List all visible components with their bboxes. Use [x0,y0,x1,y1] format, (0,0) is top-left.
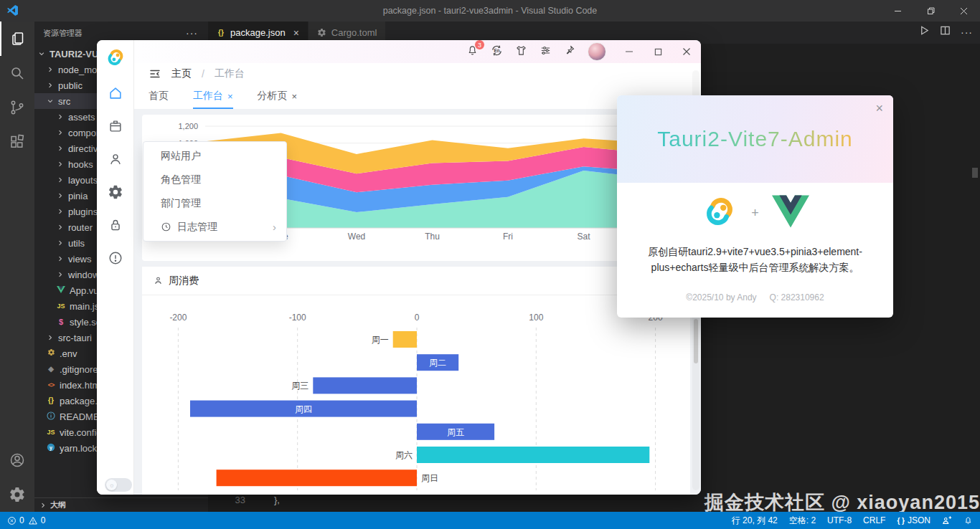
statusbar-bell-icon[interactable] [963,516,973,525]
tree-item-label: .env [60,348,77,359]
app-tab-分析页[interactable]: 分析页× [258,85,298,109]
app-titlebar: 3 En [134,40,701,63]
window-minimize-icon[interactable] [881,0,914,22]
chevron-right-icon [46,66,55,73]
run-icon[interactable] [919,25,930,39]
app-tab-工作台[interactable]: 工作台× [193,85,233,109]
svg-text:Thu: Thu [425,232,440,242]
submenu-arrow-icon: › [273,221,276,233]
window-close-icon[interactable] [947,0,980,22]
menu-item-部门管理[interactable]: 部门管理 [143,191,286,215]
vscode-statusbar: 0 0 行 20, 列 42 空格: 2 UTF-8 CRLF { }JSON [0,512,980,529]
window-restore-icon[interactable] [914,0,947,22]
chevron-right-icon [56,239,65,247]
screen: package.json - tauri2-vue3admin - Visual… [0,0,980,529]
account-icon[interactable] [0,443,34,477]
chevron-right-icon [56,176,65,184]
indentation[interactable]: 空格: 2 [789,515,816,527]
about-qq: Q: 282310962 [770,292,824,302]
language-mode[interactable]: { }JSON [897,515,930,525]
pin-icon[interactable] [564,44,575,59]
svg-text:100: 100 [529,313,543,323]
tab-close-icon[interactable]: × [293,27,299,39]
source-control-icon[interactable] [0,90,34,125]
storage-box-icon[interactable] [108,118,123,134]
chevron-right-icon [39,502,47,509]
alert-icon[interactable] [108,250,123,266]
svg-text:周一: 周一 [372,335,389,345]
svg-text:Wed: Wed [348,232,365,242]
tree-item-label: pinia [68,191,88,201]
tab-close-icon[interactable]: × [227,91,233,102]
extensions-icon[interactable] [0,125,34,159]
svg-text:0: 0 [415,313,420,323]
menu-item-网站用户[interactable]: 网站用户 [143,144,286,168]
home-icon[interactable] [108,85,123,101]
encoding[interactable]: UTF-8 [827,515,852,525]
user-avatar[interactable] [588,42,606,61]
search-icon[interactable] [0,56,34,90]
chevron-right-icon [56,271,65,278]
menu-item-角色管理[interactable]: 角色管理 [143,168,286,191]
tree-item-label: .gitignore [60,364,98,375]
chevron-down-icon [37,50,46,57]
explorer-icon[interactable] [0,22,34,56]
about-title: Tauri2-Vite7-Admin [657,127,853,151]
svg-text:周六: 周六 [395,450,413,460]
language-icon[interactable]: En [491,44,503,59]
svg-text:周四: 周四 [295,404,312,414]
svg-text:1,200: 1,200 [178,122,198,130]
more-actions-icon[interactable]: ··· [961,27,973,38]
tree-item-label: index.html [60,380,102,391]
about-description: 原创自研tauri2.9+vite7+vue3.5+pinia3+element… [636,244,875,275]
settings-gear-icon[interactable] [0,477,34,512]
tab-close-icon[interactable]: × [292,91,298,102]
svg-text:周二: 周二 [429,358,446,368]
tree-item-label: hooks [68,159,93,170]
dialog-close-icon[interactable]: × [875,101,883,116]
errors-indicator[interactable]: 0 [7,515,24,525]
app-tab-首页[interactable]: 首页 [149,85,169,109]
vue-logo-icon [772,195,809,231]
about-copyright: ©2025/10 by Andy [686,292,756,302]
chevron-right-icon [56,113,65,120]
breadcrumb-home[interactable]: 主页 [171,67,192,80]
outline-label: 大纲 [50,500,66,510]
sun-icon: ☼ [106,480,117,490]
code-line[interactable]: 33 }, [230,495,280,505]
outline-section[interactable]: 大纲 [34,497,208,512]
theme-shirt-icon[interactable] [515,44,527,59]
app-header: 主页 / 工作台 [134,63,701,85]
dark-mode-toggle[interactable]: ☼ [105,478,132,492]
user-icon[interactable] [108,151,123,167]
svg-text:周三: 周三 [291,381,308,391]
menu-item-日志管理[interactable]: 日志管理› [143,215,286,239]
app-close-icon[interactable] [672,40,701,63]
tree-item-label: views [68,254,92,264]
app-sidebar: ☼ [97,40,134,495]
svg-text:-200: -200 [169,313,187,323]
explorer-more-actions-icon[interactable]: ··· [186,27,198,39]
settings-sliders-icon[interactable] [540,44,552,59]
feedback-icon[interactable] [942,515,952,525]
gear-icon[interactable] [108,184,123,200]
tauri-logo-large-icon [701,193,738,233]
vscode-titlebar: package.json - tauri2-vue3admin - Visual… [0,0,980,22]
cursor-position[interactable]: 行 20, 列 42 [732,515,778,527]
card-user-icon [154,276,163,285]
chevron-right-icon [56,145,65,152]
app-maximize-icon[interactable] [644,40,672,63]
app-scrollbar-thumb[interactable] [694,319,698,363]
card-title: 周消费 [169,275,199,287]
sidebar-fold-icon[interactable] [149,67,161,80]
breadcrumb-current: 工作台 [215,67,245,80]
tree-item-label: router [68,222,93,233]
editor-scrollbar-thumb[interactable] [972,168,978,178]
tree-item-label: public [58,80,83,91]
warnings-indicator[interactable]: 0 [28,515,46,525]
eol-sequence[interactable]: CRLF [863,515,885,525]
notification-bell-icon[interactable]: 3 [466,44,479,59]
app-minimize-icon[interactable] [615,40,644,63]
lock-icon[interactable] [108,217,123,233]
split-editor-icon[interactable] [940,25,951,39]
